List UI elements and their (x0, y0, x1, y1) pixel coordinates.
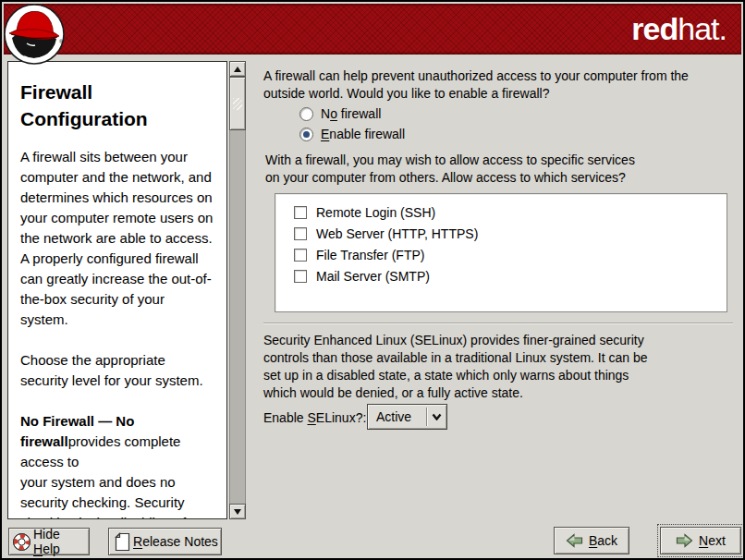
radio-no-firewall-label: No firewall (321, 106, 381, 121)
label-post: ELinux?: (316, 410, 366, 425)
label-pre: Hide (33, 527, 60, 542)
enable-selinux-label: Enable SELinux?: (263, 410, 366, 425)
help-paragraph-3: No Firewall — No firewallprovides comple… (20, 411, 215, 519)
service-label: Remote Login (SSH) (316, 205, 435, 220)
label-post: elp (43, 542, 60, 556)
label-post: nable firewall (329, 127, 405, 141)
arrow-down-icon (234, 509, 241, 515)
svg-text:®: ® (59, 39, 64, 44)
installer-window: redhat. ® Firewall Configuration A firew… (0, 0, 745, 560)
arrow-right-icon (676, 533, 693, 548)
wordmark-red: red (631, 11, 678, 46)
hide-help-button[interactable]: Hide Help (8, 528, 90, 555)
life-preserver-icon (12, 532, 31, 552)
help-text-viewport: Firewall Configuration A firewall sits b… (7, 61, 227, 519)
label-pre: Enable (263, 410, 307, 425)
label-mnemonic: H (33, 542, 43, 556)
label-post: ext (708, 533, 726, 548)
radio-button-icon[interactable] (299, 107, 313, 121)
radio-button-selected-icon[interactable] (299, 128, 313, 141)
service-row-ssh[interactable]: Remote Login (SSH) (275, 201, 727, 223)
services-intro-text: With a firewall, you may wish to allow a… (265, 152, 635, 187)
label-post: firewall (337, 106, 381, 121)
scroll-up-button[interactable] (229, 61, 246, 77)
label-mnemonic: N (699, 533, 708, 548)
help-paragraph-1: A firewall sits between your computer an… (20, 147, 215, 330)
hide-help-label: Hide Help (33, 527, 89, 556)
scroll-down-button[interactable] (229, 504, 246, 519)
service-row-ftp[interactable]: File Transfer (FTP) (275, 244, 727, 265)
service-row-web[interactable]: Web Server (HTTP, HTTPS) (275, 223, 727, 244)
wordmark-hat: hat. (678, 11, 727, 46)
help-paragraph-2: Choose the appropriate security level fo… (20, 350, 215, 391)
label-post: ack (597, 533, 617, 548)
back-label: Back (589, 533, 617, 548)
back-button[interactable]: Back (554, 527, 629, 554)
firewall-intro-text: A firewall can help prevent unauthorized… (263, 67, 689, 103)
arrow-left-icon (566, 533, 583, 548)
selinux-description-text: Security Enhanced Linux (SELinux) provid… (263, 332, 648, 402)
radio-no-firewall[interactable]: No firewall (299, 105, 381, 122)
document-icon (115, 532, 130, 552)
label-mnemonic: E (321, 127, 329, 141)
service-label: Web Server (HTTP, HTTPS) (316, 226, 478, 241)
service-label: File Transfer (FTP) (316, 248, 424, 262)
radio-enable-firewall-label: Enable firewall (321, 127, 405, 141)
selinux-dropdown[interactable]: Active (367, 404, 447, 430)
help-scrollbar[interactable] (229, 61, 246, 519)
chevron-down-icon (432, 413, 442, 420)
release-notes-label: Release Notes (133, 534, 218, 549)
redhat-shadowman-logo-icon: ® (3, 3, 66, 66)
checkbox-icon[interactable] (294, 249, 307, 262)
scrollbar-thumb[interactable] (229, 77, 246, 130)
selinux-dropdown-value: Active (368, 409, 426, 424)
label-mnemonic: S (307, 410, 315, 425)
brand-header-bar: redhat. (4, 4, 741, 55)
checkbox-icon[interactable] (294, 270, 307, 283)
label-post: elease Notes (142, 534, 218, 549)
services-list: Remote Login (SSH) Web Server (HTTP, HTT… (275, 193, 727, 312)
horizontal-separator (263, 323, 733, 324)
dropdown-divider (426, 408, 428, 426)
next-label: Next (699, 533, 726, 548)
label-pre: N (321, 106, 330, 121)
release-notes-button[interactable]: Release Notes (108, 528, 222, 555)
service-row-smtp[interactable]: Mail Server (SMTP) (275, 265, 727, 286)
help-panel: Firewall Configuration A firewall sits b… (7, 61, 246, 519)
label-mnemonic: o (330, 106, 337, 121)
label-mnemonic: R (133, 534, 142, 549)
help-title: Firewall Configuration (20, 79, 215, 132)
redhat-wordmark: redhat. (631, 11, 727, 47)
checkbox-icon[interactable] (294, 227, 307, 240)
next-button[interactable]: Next (660, 527, 741, 554)
label-mnemonic: B (589, 533, 597, 548)
radio-enable-firewall[interactable]: Enable firewall (299, 126, 405, 142)
arrow-up-icon (234, 67, 241, 72)
checkbox-icon[interactable] (294, 206, 307, 219)
service-label: Mail Server (SMTP) (316, 269, 430, 284)
